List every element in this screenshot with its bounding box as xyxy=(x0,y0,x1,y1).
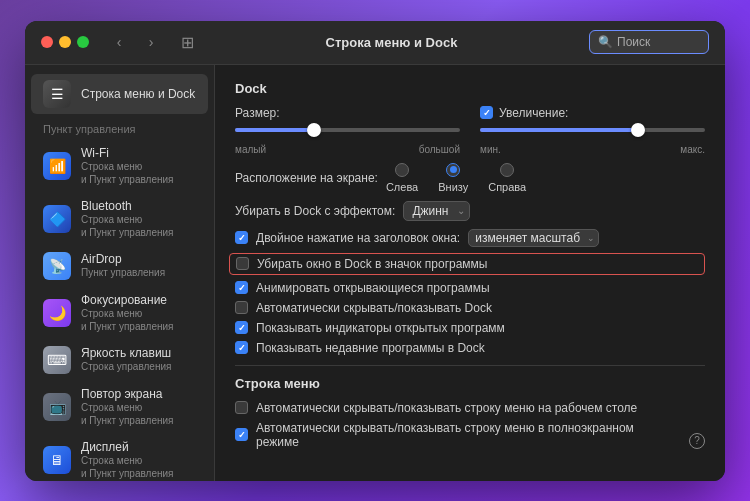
minimize-to-icon-row: Убирать окно в Dock в значок программы xyxy=(229,253,705,275)
double-click-value: изменяет масштаб xyxy=(475,231,580,245)
sidebar-item-menubar-dock[interactable]: ☰ Строка меню и Dock xyxy=(31,74,208,114)
sidebar-item-focus[interactable]: 🌙 Фокусирование Строка менюи Пункт управ… xyxy=(31,287,208,339)
sidebar-item-wifi[interactable]: 📶 Wi-Fi Строка менюи Пункт управления xyxy=(31,140,208,192)
keyboard-label: Яркость клавиш xyxy=(81,346,171,360)
magnification-checkbox[interactable] xyxy=(480,106,493,119)
position-row: Расположение на экране: Слева Внизу Спра… xyxy=(235,163,705,193)
display-icon: 🖥 xyxy=(43,446,71,474)
sidebar-item-airdrop[interactable]: 📡 AirDrop Пункт управления xyxy=(31,246,208,286)
sidebar-item-bluetooth[interactable]: 🔷 Bluetooth Строка менюи Пункт управлени… xyxy=(31,193,208,245)
wifi-sublabel: Строка менюи Пункт управления xyxy=(81,160,173,186)
main-content: Dock Размер: малый большой xyxy=(215,65,725,481)
double-click-row: Двойное нажатие на заголовок окна: измен… xyxy=(235,229,705,247)
search-box[interactable]: 🔍 Поиск xyxy=(589,30,709,54)
show-indicators-row: Показывать индикаторы открытых программ xyxy=(235,321,705,335)
focus-sublabel: Строка менюи Пункт управления xyxy=(81,307,173,333)
sidebar-section-header: Пункт управления xyxy=(25,115,214,139)
traffic-lights xyxy=(41,36,89,48)
position-left-label: Слева xyxy=(386,181,418,193)
minimize-button[interactable] xyxy=(59,36,71,48)
focus-icon: 🌙 xyxy=(43,299,71,327)
double-click-checkbox[interactable] xyxy=(235,231,248,244)
menubar-dock-icon: ☰ xyxy=(43,80,71,108)
titlebar: ‹ › ⊞ Строка меню и Dock 🔍 Поиск xyxy=(25,21,725,65)
divider xyxy=(235,365,705,366)
effect-row: Убирать в Dock с эффектом: Джинн xyxy=(235,201,705,221)
search-input[interactable]: Поиск xyxy=(617,35,697,49)
help-button[interactable]: ? xyxy=(689,433,705,449)
double-click-select[interactable]: изменяет масштаб xyxy=(468,229,599,247)
airdrop-label: AirDrop xyxy=(81,252,165,266)
auto-hide-fullscreen-label: Автоматически скрывать/показывать строку… xyxy=(256,421,634,449)
magnification-track xyxy=(480,128,705,132)
window-title: Строка меню и Dock xyxy=(202,35,581,50)
position-right-label: Справа xyxy=(488,181,526,193)
position-bottom-label: Внизу xyxy=(438,181,468,193)
position-label: Расположение на экране: xyxy=(235,171,378,185)
dock-section-title: Dock xyxy=(235,81,705,96)
menubar-dock-label: Строка меню и Dock xyxy=(81,87,195,101)
auto-hide-desktop-checkbox[interactable] xyxy=(235,401,248,414)
animate-label: Анимировать открывающиеся программы xyxy=(256,281,490,295)
bottom-row: Автоматически скрывать/показывать строку… xyxy=(235,421,705,449)
auto-hide-desktop-label: Автоматически скрывать/показывать строку… xyxy=(256,401,637,415)
show-recent-checkbox[interactable] xyxy=(235,341,248,354)
size-label: Размер: xyxy=(235,106,280,120)
display-sublabel: Строка менюи Пункт управления xyxy=(81,454,173,480)
search-icon: 🔍 xyxy=(598,35,613,49)
keyboard-icon: ⌨ xyxy=(43,346,71,374)
wifi-label: Wi-Fi xyxy=(81,146,173,160)
sidebar-item-display-repeat[interactable]: 📺 Повтор экрана Строка менюи Пункт управ… xyxy=(31,381,208,433)
animate-row: Анимировать открывающиеся программы xyxy=(235,281,705,295)
display-repeat-icon: 📺 xyxy=(43,393,71,421)
maximize-button[interactable] xyxy=(77,36,89,48)
menubar-section-title: Строка меню xyxy=(235,376,705,391)
keyboard-sublabel: Строка управления xyxy=(81,360,171,373)
grid-icon[interactable]: ⊞ xyxy=(181,33,194,52)
position-left[interactable]: Слева xyxy=(386,163,418,193)
mag-min-label: мин. xyxy=(480,144,501,155)
position-radio-group: Слева Внизу Справа xyxy=(386,163,526,193)
close-button[interactable] xyxy=(41,36,53,48)
show-recent-label: Показывать недавние программы в Dock xyxy=(256,341,485,355)
size-thumb[interactable] xyxy=(307,123,321,137)
bluetooth-sublabel: Строка менюи Пункт управления xyxy=(81,213,173,239)
size-min-label: малый xyxy=(235,144,266,155)
double-click-label: Двойное нажатие на заголовок окна: xyxy=(256,231,460,245)
position-bottom[interactable]: Внизу xyxy=(438,163,468,193)
effect-select[interactable]: Джинн xyxy=(403,201,469,221)
minimize-to-icon-checkbox[interactable] xyxy=(236,257,249,270)
animate-checkbox[interactable] xyxy=(235,281,248,294)
size-slider-block: Размер: малый большой xyxy=(235,106,460,155)
forward-button[interactable]: › xyxy=(137,31,165,53)
content-area: ☰ Строка меню и Dock Пункт управления 📶 … xyxy=(25,65,725,481)
auto-hide-fullscreen-row: Автоматически скрывать/показывать строку… xyxy=(235,421,634,449)
display-label: Дисплей xyxy=(81,440,173,454)
sidebar-item-display[interactable]: 🖥 Дисплей Строка менюи Пункт управления xyxy=(31,434,208,481)
wifi-icon: 📶 xyxy=(43,152,71,180)
magnification-thumb[interactable] xyxy=(631,123,645,137)
size-fill xyxy=(235,128,314,132)
position-bottom-radio[interactable] xyxy=(446,163,460,177)
sidebar-item-keyboard[interactable]: ⌨ Яркость клавиш Строка управления xyxy=(31,340,208,380)
airdrop-sublabel: Пункт управления xyxy=(81,266,165,279)
auto-hide-dock-row: Автоматически скрывать/показывать Dock xyxy=(235,301,705,315)
size-track xyxy=(235,128,460,132)
back-button[interactable]: ‹ xyxy=(105,31,133,53)
show-indicators-label: Показывать индикаторы открытых программ xyxy=(256,321,505,335)
show-indicators-checkbox[interactable] xyxy=(235,321,248,334)
auto-hide-desktop-row: Автоматически скрывать/показывать строку… xyxy=(235,401,705,415)
size-max-label: большой xyxy=(419,144,460,155)
effect-value: Джинн xyxy=(412,204,448,218)
position-right[interactable]: Справа xyxy=(488,163,526,193)
auto-hide-fullscreen-checkbox[interactable] xyxy=(235,428,248,441)
display-repeat-sublabel: Строка менюи Пункт управления xyxy=(81,401,173,427)
magnification-fill xyxy=(480,128,638,132)
auto-hide-dock-checkbox[interactable] xyxy=(235,301,248,314)
airdrop-icon: 📡 xyxy=(43,252,71,280)
bluetooth-icon: 🔷 xyxy=(43,205,71,233)
minimize-to-icon-label: Убирать окно в Dock в значок программы xyxy=(257,257,488,271)
position-right-radio[interactable] xyxy=(500,163,514,177)
position-left-radio[interactable] xyxy=(395,163,409,177)
effect-label: Убирать в Dock с эффектом: xyxy=(235,204,395,218)
